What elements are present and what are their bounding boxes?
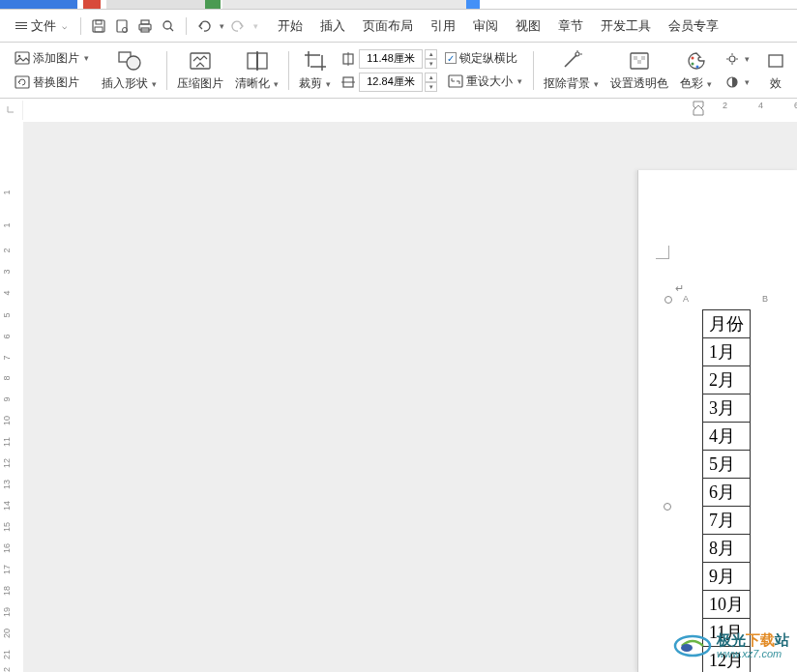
horizontal-ruler-container: 2 4 6: [0, 101, 797, 122]
set-transparent-button[interactable]: 设置透明色: [608, 46, 670, 94]
horizontal-ruler[interactable]: 2 4 6: [23, 101, 797, 120]
redo-icon[interactable]: [228, 16, 248, 36]
tab-view[interactable]: 视图: [514, 12, 543, 41]
color-button[interactable]: 色彩 ▾: [678, 46, 714, 94]
lock-ratio-checkbox[interactable]: ✓ 锁定纵横比: [445, 49, 525, 68]
tab-indicator-green[interactable]: [205, 0, 221, 9]
shapes-icon: [116, 48, 143, 73]
selection-handle[interactable]: [664, 296, 672, 304]
svg-point-29: [576, 52, 579, 56]
table-cell[interactable]: 9月: [703, 563, 751, 591]
table-row: 6月: [703, 479, 751, 507]
tab-indicator-blue[interactable]: [466, 0, 480, 9]
table-cell[interactable]: 1月: [703, 338, 751, 366]
watermark-logo-icon: [672, 631, 713, 660]
month-table[interactable]: 月份 1月 2月 3月 4月 5月 6月 7月 8月 9月 10月 11月 12…: [702, 309, 751, 672]
table-row: 2月: [703, 366, 751, 394]
active-tab[interactable]: [0, 0, 77, 9]
document-canvas[interactable]: ↵ A B 月份 1月 2月 3月 4月 5月 6月 7月 8月 9月 10月: [23, 122, 797, 672]
ribbon-group-image: 添加图片 ▾ 替换图片: [8, 43, 96, 98]
height-spin-up[interactable]: ▴: [425, 49, 437, 59]
checkbox-checked-icon: ✓: [445, 52, 457, 64]
effect-button[interactable]: 效: [760, 46, 791, 94]
compress-image-label: 压缩图片: [177, 75, 223, 92]
tab-page-layout[interactable]: 页面布局: [361, 12, 415, 41]
find-replace-icon[interactable]: [159, 16, 178, 36]
brightness-button[interactable]: ▾: [722, 49, 753, 69]
tab-reference[interactable]: 引用: [428, 12, 458, 41]
quick-access-toolbar: 文件 ⌵ ▾ ▾ 开始 插入 页面布局 引用 审阅 视图 章节 开发工具 会员专…: [0, 10, 797, 43]
lock-ratio-label: 锁定纵横比: [459, 50, 517, 67]
table-cell[interactable]: 8月: [703, 535, 751, 563]
contrast-button[interactable]: ▾: [722, 73, 753, 92]
table-cell[interactable]: 2月: [703, 366, 751, 394]
add-image-button[interactable]: 添加图片 ▾: [12, 48, 92, 69]
ruler-tick: 2: [723, 101, 727, 110]
inactive-tab-1[interactable]: [106, 0, 205, 9]
insert-shape-button[interactable]: 插入形状 ▾: [100, 46, 159, 94]
reset-icon: [448, 73, 463, 89]
undo-icon[interactable]: [194, 16, 214, 36]
ruler-indent-marker[interactable]: [693, 101, 704, 116]
replace-icon: [15, 74, 30, 90]
height-spin-down[interactable]: ▾: [425, 59, 437, 69]
table-cell[interactable]: 4月: [703, 423, 751, 451]
compress-icon: [187, 48, 214, 73]
table-row: 月份: [703, 310, 751, 338]
tab-insert[interactable]: 插入: [318, 12, 347, 41]
svg-point-14: [127, 56, 140, 70]
svg-point-48: [675, 636, 710, 656]
width-input[interactable]: [359, 73, 423, 92]
svg-point-49: [681, 644, 693, 652]
tab-dev-tools[interactable]: 开发工具: [599, 12, 653, 41]
selection-handle[interactable]: [664, 503, 671, 511]
save-icon[interactable]: [89, 16, 108, 36]
tab-start[interactable]: 开始: [276, 12, 305, 41]
print-icon[interactable]: [135, 16, 155, 36]
crop-button[interactable]: 裁剪 ▾: [297, 46, 333, 94]
compress-image-button[interactable]: 压缩图片: [175, 46, 225, 94]
table-cell[interactable]: 6月: [703, 479, 751, 507]
svg-point-8: [163, 21, 171, 29]
add-image-label: 添加图片: [33, 50, 79, 67]
height-input[interactable]: [359, 49, 423, 69]
table-row: 9月: [703, 563, 751, 591]
svg-rect-10: [15, 52, 29, 64]
remove-bg-button[interactable]: 抠除背景 ▾: [542, 46, 601, 94]
clarity-button[interactable]: 清晰化 ▾: [233, 46, 280, 94]
chevron-down-icon: ▾: [152, 79, 157, 89]
inactive-tab-2[interactable]: [222, 0, 466, 9]
table-cell[interactable]: 7月: [703, 507, 751, 535]
header-cell[interactable]: 月份: [703, 310, 751, 338]
tab-member[interactable]: 会员专享: [666, 12, 721, 41]
chevron-down-icon[interactable]: ▾: [220, 21, 224, 31]
table-cell[interactable]: 5月: [703, 451, 751, 479]
chevron-down-icon: ▾: [745, 54, 750, 64]
col-letter: B: [762, 294, 768, 304]
print-preview-icon[interactable]: [112, 16, 132, 36]
table-cell[interactable]: 3月: [703, 394, 751, 423]
tab-chapter[interactable]: 章节: [556, 12, 585, 41]
transparent-icon: [626, 48, 653, 73]
svg-rect-2: [95, 27, 103, 32]
replace-image-button[interactable]: 替换图片: [12, 73, 92, 93]
table-cell[interactable]: 10月: [703, 591, 751, 619]
svg-point-39: [729, 56, 735, 62]
chevron-down-icon[interactable]: ▾: [253, 21, 258, 31]
magic-wand-icon: [558, 48, 585, 73]
chevron-down-icon: ⌵: [62, 21, 67, 31]
file-menu-button[interactable]: 文件 ⌵: [10, 15, 73, 38]
width-spin-down[interactable]: ▾: [425, 82, 437, 92]
vertical-ruler[interactable]: 1 1 2 3 4 5 6 7 8 9 10 11 12 13 14 15 16…: [0, 122, 23, 672]
app-tab-bar: [0, 0, 797, 10]
svg-point-11: [18, 55, 21, 58]
svg-rect-45: [769, 55, 782, 67]
tab-indicator-red[interactable]: [83, 0, 101, 9]
tab-review[interactable]: 审阅: [471, 12, 500, 41]
width-spin-up[interactable]: ▴: [425, 73, 437, 82]
reset-size-button[interactable]: 重设大小 ▾: [445, 72, 525, 92]
table-row: 3月: [703, 394, 751, 423]
table-row: 10月: [703, 591, 751, 619]
width-icon: [340, 74, 356, 90]
chevron-down-icon: ▾: [745, 77, 750, 87]
